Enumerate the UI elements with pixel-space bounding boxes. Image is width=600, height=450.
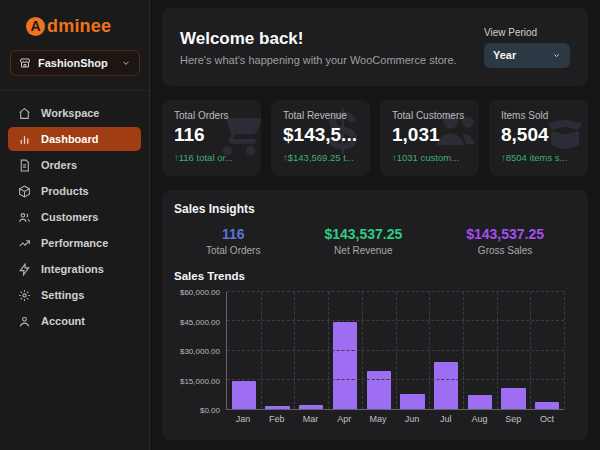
metric-value: 116	[206, 226, 260, 242]
stat-label: Items Sold	[501, 110, 576, 121]
metric-value: $143,537.25	[466, 226, 544, 242]
chart-plot	[226, 292, 564, 410]
metric-total-orders: 116 Total Orders	[206, 226, 260, 256]
chart-plot-wrap: JanFebMarAprMayJunJulAugSepOct	[226, 292, 564, 424]
stat-card-items-sold: Items Sold 8,504 ↑8504 items s...	[489, 100, 588, 176]
stat-value: $143,5...	[283, 124, 358, 146]
y-tick-label: $0.00	[200, 406, 220, 415]
main-content: Welcome back! Here's what's happening wi…	[150, 0, 600, 450]
v-gridline	[328, 292, 329, 409]
bar-column-jun	[396, 292, 430, 409]
period-select[interactable]: Year	[484, 43, 570, 68]
sidebar: Adminee FashionShop Workspace Dashboard	[0, 0, 150, 450]
y-tick-label: $30,000.00	[180, 347, 220, 356]
v-gridline	[362, 292, 363, 409]
sidebar-item-account[interactable]: Account	[8, 309, 141, 333]
gear-icon	[18, 289, 31, 302]
sidebar-item-label: Settings	[41, 289, 84, 301]
metric-gross-sales: $143,537.25 Gross Sales	[466, 226, 544, 256]
store-name: FashionShop	[38, 57, 114, 69]
stat-value: 8,504	[501, 124, 576, 146]
bar-oct	[535, 402, 559, 409]
chart-y-axis: $0.00$15,000.00$30,000.00$45,000.00$60,0…	[174, 292, 226, 410]
sidebar-item-label: Performance	[41, 237, 108, 249]
chevron-down-icon	[552, 51, 561, 60]
logo-text: dminee	[47, 16, 111, 37]
period-value: Year	[493, 49, 516, 61]
bar-jan	[232, 381, 256, 409]
sales-trends-chart: $0.00$15,000.00$30,000.00$45,000.00$60,0…	[174, 292, 576, 424]
insight-metrics: 116 Total Orders $143,537.25 Net Revenue…	[174, 226, 576, 256]
bar-column-jan	[227, 292, 261, 409]
y-tick-label: $60,000.00	[180, 288, 220, 297]
chart-x-axis: JanFebMarAprMayJunJulAugSepOct	[226, 414, 564, 424]
x-tick-label: Jan	[226, 414, 260, 424]
sidebar-item-label: Account	[41, 315, 85, 327]
sidebar-item-dashboard[interactable]: Dashboard	[8, 127, 141, 151]
bar-column-jul	[429, 292, 463, 409]
metric-label: Total Orders	[206, 245, 260, 256]
trend-up-icon	[18, 237, 31, 250]
stat-label: Total Revenue	[283, 110, 358, 121]
store-selector[interactable]: FashionShop	[10, 50, 140, 76]
sidebar-item-workspace[interactable]: Workspace	[8, 101, 141, 125]
sidebar-item-label: Workspace	[41, 107, 100, 119]
v-gridline	[463, 292, 464, 409]
bar-jun	[400, 394, 424, 409]
bar-column-aug	[463, 292, 497, 409]
stat-label: Total Customers	[392, 110, 467, 121]
page-subtitle: Here's what's happening with your WooCom…	[180, 54, 457, 66]
y-tick-label: $45,000.00	[180, 317, 220, 326]
bar-may	[367, 371, 391, 409]
v-gridline	[497, 292, 498, 409]
x-tick-label: Aug	[463, 414, 497, 424]
v-gridline	[530, 292, 531, 409]
package-icon	[18, 185, 31, 198]
sidebar-item-orders[interactable]: Orders	[8, 153, 141, 177]
bar-feb	[265, 406, 289, 409]
x-tick-label: Mar	[294, 414, 328, 424]
welcome-text: Welcome back! Here's what's happening wi…	[180, 29, 457, 66]
stat-trend: ↑116 total or...	[174, 152, 249, 163]
x-tick-label: Apr	[327, 414, 361, 424]
sales-insights-title: Sales Insights	[174, 202, 576, 216]
stat-trend: ↑$143,569.25 t...	[283, 152, 358, 163]
app-logo: Adminee	[0, 12, 149, 40]
bar-column-may	[362, 292, 396, 409]
storefront-icon	[19, 57, 31, 69]
lightning-icon	[18, 263, 31, 276]
stat-card-total-orders: Total Orders 116 ↑116 total or...	[162, 100, 261, 176]
metric-label: Gross Sales	[466, 245, 544, 256]
sidebar-item-label: Orders	[41, 159, 77, 171]
metric-label: Net Revenue	[324, 245, 402, 256]
stat-card-total-revenue: $ Total Revenue $143,5... ↑$143,569.25 t…	[271, 100, 370, 176]
sidebar-nav: Workspace Dashboard Orders Products Cust…	[0, 90, 149, 333]
stats-row: Total Orders 116 ↑116 total or... $ Tota…	[162, 100, 588, 176]
sales-trends-title: Sales Trends	[174, 270, 576, 282]
sidebar-item-products[interactable]: Products	[8, 179, 141, 203]
sidebar-item-performance[interactable]: Performance	[8, 231, 141, 255]
users-icon	[18, 211, 31, 224]
stat-trend: ↑8504 items s...	[501, 152, 576, 163]
bar-column-apr	[328, 292, 362, 409]
home-icon	[18, 107, 31, 120]
bar-column-mar	[294, 292, 328, 409]
view-period: View Period Year	[484, 27, 570, 68]
v-gridline	[396, 292, 397, 409]
sidebar-item-settings[interactable]: Settings	[8, 283, 141, 307]
stat-trend: ↑1031 custom...	[392, 152, 467, 163]
page-title: Welcome back!	[180, 29, 457, 49]
bar-sep	[501, 388, 525, 409]
sales-insights-card: Sales Insights 116 Total Orders $143,537…	[162, 190, 588, 440]
sidebar-item-integrations[interactable]: Integrations	[8, 257, 141, 281]
bar-jul	[434, 362, 458, 409]
bar-apr	[333, 322, 357, 409]
x-tick-label: Oct	[530, 414, 564, 424]
v-gridline	[294, 292, 295, 409]
bar-chart-icon	[18, 133, 31, 146]
sidebar-item-customers[interactable]: Customers	[8, 205, 141, 229]
view-period-label: View Period	[484, 27, 537, 38]
metric-net-revenue: $143,537.25 Net Revenue	[324, 226, 402, 256]
document-icon	[18, 159, 31, 172]
x-tick-label: May	[361, 414, 395, 424]
